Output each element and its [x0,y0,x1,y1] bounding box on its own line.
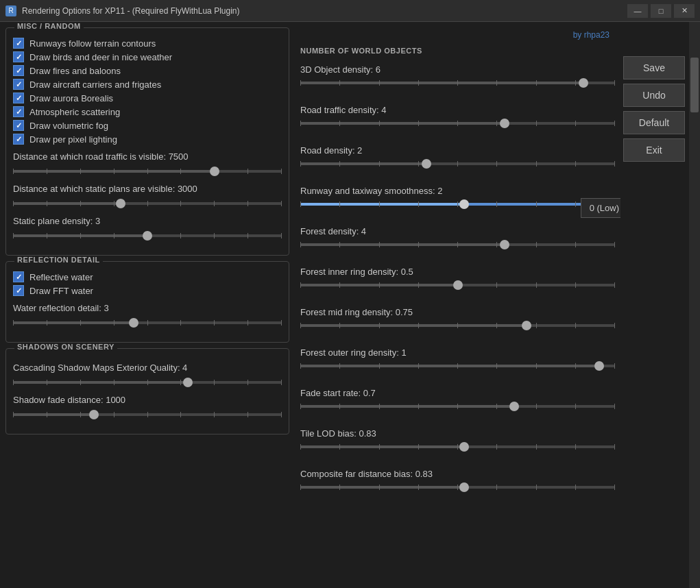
checkbox-fog-box[interactable] [13,120,24,131]
forest-mid-thumb[interactable] [522,321,531,330]
close-button[interactable]: ✕ [674,4,695,18]
road-traffic-dist-slider[interactable] [13,164,282,178]
forest-inner-thumb[interactable] [453,280,463,290]
csm-quality-label: Cascading Shadow Maps Exterior Quality: … [13,363,282,373]
shadow-fade-track [13,413,282,416]
checkbox-fires-box[interactable] [13,65,24,76]
obj-density-thumb[interactable] [579,78,588,88]
checkbox-runways[interactable]: Runways follow terrain contours [13,38,282,49]
runway-smooth-slider[interactable] [300,197,615,211]
window-title: Rendering Options for XP11 - (Required F… [22,6,627,16]
road-density-thumb[interactable] [422,159,431,169]
road-traffic-dist-track [13,170,282,173]
forest-density-thumb[interactable] [500,240,509,249]
forest-inner-label: Forest inner ring density: 0.5 [300,267,615,277]
obj-density-slider[interactable] [300,76,615,90]
fade-start-slider[interactable] [300,400,615,413]
checkbox-birds[interactable]: Draw birds and deer in nice weather [13,51,282,62]
checkbox-pixel[interactable]: Draw per pixel lighting [13,134,282,145]
checkbox-carriers-box[interactable] [13,79,24,90]
forest-outer-fill [300,365,599,367]
runway-smooth-track [300,203,615,206]
csm-quality-slider[interactable] [13,376,282,389]
road-traffic-thumb[interactable] [500,119,509,128]
road-density-slider[interactable] [300,157,615,171]
static-plans-dist-slider[interactable] [13,197,282,210]
left-panel: MISC / RANDOM Runways follow terrain con… [0,22,295,588]
checkbox-fog[interactable]: Draw volumetric fog [13,120,282,131]
csm-quality-thumb[interactable] [183,378,193,387]
checkbox-aurora[interactable]: Draw aurora Borealis [13,93,282,103]
checkbox-atmos-box[interactable] [13,106,24,117]
checkbox-birds-label: Draw birds and deer in nice weather [29,52,172,62]
checkbox-birds-box[interactable] [13,51,24,62]
forest-outer-thumb[interactable] [594,361,604,371]
checkbox-runways-box[interactable] [13,38,24,49]
tile-lod-fill [300,445,464,448]
composite-far-thumb[interactable] [459,482,469,492]
obj-density-track [300,82,615,84]
forest-inner-slider[interactable] [300,278,615,292]
road-density-track [300,162,615,165]
static-plans-dist-group: Distance at which static plans are visib… [13,184,282,210]
forest-mid-slider[interactable] [300,319,615,332]
scrollbar-thumb[interactable] [690,58,699,112]
scrollbar[interactable] [689,22,700,588]
shadows-sliders: Cascading Shadow Maps Exterior Quality: … [13,363,282,421]
forest-inner-fill [300,284,458,286]
forest-outer-slider[interactable] [300,359,615,373]
runway-smooth-label: Runway and taxiway smoothness: 2 [300,186,615,196]
checkbox-carriers[interactable]: Draw aircraft carriers and frigates [13,79,282,90]
maximize-button[interactable]: □ [651,4,671,18]
runway-smooth-thumb[interactable] [459,199,469,209]
checkbox-fft-water-label: Draw FFT water [29,286,93,296]
static-plans-dist-thumb[interactable] [116,199,125,208]
checkbox-runways-label: Runways follow terrain contours [29,38,156,49]
shadow-fade-slider[interactable] [13,408,282,421]
static-plane-density-slider[interactable] [13,229,282,243]
checkbox-atmos[interactable]: Atmospheric scattering [13,106,282,117]
static-plane-density-thumb[interactable] [143,231,152,241]
road-traffic-dist-label: Distance at which road traffic is visibl… [13,151,282,162]
forest-inner-group: Forest inner ring density: 0.5 [300,267,615,297]
fade-start-group: Fade start rate: 0.7 [300,388,615,419]
misc-section: MISC / RANDOM Runways follow terrain con… [5,27,289,256]
checkbox-reflective-water[interactable]: Reflective water [13,271,282,282]
checkbox-reflective-water-box[interactable] [13,271,24,282]
tile-lod-slider[interactable] [300,440,615,454]
forest-density-slider[interactable] [300,238,615,252]
world-objects-header: NUMBER OF WORLD OBJECTS [300,44,615,60]
exit-button[interactable]: Exit [623,138,685,162]
obj-density-group: 3D Object density: 6 [300,64,615,95]
checkbox-aurora-box[interactable] [13,93,24,103]
misc-section-label: MISC / RANDOM [14,22,84,30]
road-traffic-slider[interactable] [300,117,615,130]
static-plane-density-fill [13,234,147,237]
road-traffic-dist-thumb[interactable] [210,167,219,176]
default-button[interactable]: Default [623,111,685,134]
static-plane-density-label: Static plane density: 3 [13,216,282,226]
composite-far-slider[interactable] [300,480,615,494]
tile-lod-thumb[interactable] [459,442,469,452]
forest-mid-fill [300,324,527,327]
water-reflection-thumb[interactable] [129,318,138,328]
road-traffic-dist-fill [13,170,215,173]
road-traffic-group: Road traffic density: 4 [300,105,615,136]
main-content: MISC / RANDOM Runways follow terrain con… [0,22,700,588]
minimize-button[interactable]: — [627,4,648,18]
road-traffic-dist-group: Distance at which road traffic is visibl… [13,151,282,178]
shadow-fade-thumb[interactable] [89,410,99,419]
road-traffic-label: Road traffic density: 4 [300,105,615,115]
save-button[interactable]: Save [623,56,685,79]
shadow-fade-label: Shadow fade distance: 1000 [13,395,282,405]
fade-start-thumb[interactable] [509,402,519,411]
road-traffic-track [300,122,615,125]
checkbox-fft-water-box[interactable] [13,285,24,296]
checkbox-fft-water[interactable]: Draw FFT water [13,285,282,296]
right-panel: by rhpa23 NUMBER OF WORLD OBJECTS 3D Obj… [295,22,620,588]
checkbox-fires[interactable]: Draw fires and baloons [13,65,282,76]
checkbox-pixel-box[interactable] [13,134,24,145]
undo-button[interactable]: Undo [623,84,685,107]
reflection-sliders: Water reflection detail: 3 [13,303,282,330]
water-reflection-slider[interactable] [13,316,282,330]
